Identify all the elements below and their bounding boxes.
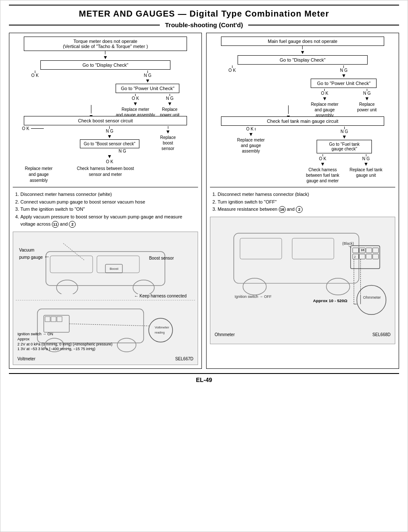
right-branch-ng2a: Replace power unit — [357, 102, 377, 113]
ng3b-label: N G — [119, 149, 126, 153]
right-ok1: O K — [229, 65, 236, 73]
right-branch-ok3: Replace meter and gauge assembly — [237, 137, 265, 154]
vacuum-label: Vacuum pump gauge ← — [19, 247, 50, 260]
top-divider — [9, 5, 399, 6]
right-flowchart: Main fuel gauge does not operate ▼ Go to… — [210, 37, 395, 184]
subtitle-line-left — [9, 25, 160, 25]
voltmeter-label: Voltmeter — [17, 357, 35, 361]
subtitle-line-right — [248, 25, 399, 25]
svg-rect-31 — [366, 254, 372, 259]
left-flowchart: Torque meter does not operate (Vertical … — [13, 37, 198, 184]
right-ok3-branch: O K ▼ Replace meter and gauge assembly — [219, 127, 283, 154]
right-branch-ng4: Replace fuel tank gauge unit — [346, 167, 386, 178]
left-node2: Go to "Display Check" — [40, 60, 170, 70]
right-section-divider — [210, 187, 395, 187]
left-panel: Torque meter does not operate (Vertical … — [9, 33, 202, 369]
left-code: SEL667D — [175, 357, 193, 361]
svg-rect-11 — [44, 315, 69, 332]
right-steps: Disconnect meter harness connector (blac… — [210, 191, 395, 213]
svg-rect-3 — [50, 256, 93, 273]
svg-rect-32 — [373, 254, 379, 259]
left-node1: Torque meter does not operate (Vertical … — [24, 37, 187, 51]
branch-ok3a: Replace meter and gauge assembly — [13, 166, 65, 184]
right-node5: Go to "Fuel tank gauge check" — [317, 140, 372, 153]
svg-rect-23 — [292, 238, 334, 259]
arrow1: ▼ — [103, 51, 108, 60]
left-node4: Check boost sensor circuit — [24, 116, 187, 125]
svg-point-20 — [243, 278, 266, 295]
circle-11: 11 — [52, 221, 59, 228]
branch-ng3b: Replace boost sensor — [160, 135, 176, 151]
svg-rect-28 — [373, 248, 379, 253]
right-node2: Go to "Display Check" — [238, 55, 367, 65]
svg-rect-22 — [240, 238, 282, 259]
branch-mid: Check harness between boost sensor and m… — [70, 166, 141, 178]
right-step-3: Measure resistance between 16 and 2 — [218, 206, 395, 213]
ok4-label: O K — [106, 159, 113, 164]
right-node4: Check fuel tank main gauge circuit — [221, 116, 384, 126]
svg-line-18 — [69, 324, 149, 326]
left-step-4: Apply vacuum pressure to boost sensor by… — [20, 213, 198, 228]
circle-2: 2 — [69, 221, 76, 228]
left-diagram-top: Vacuum pump gauge ← Boost — [16, 235, 195, 300]
left-ng3-box: N G ▼ Go to "Boost sensor check" N G ▼ O… — [76, 126, 143, 164]
harness-label: ← Keep harness connected — [134, 294, 187, 298]
left-step-3: Turn the ignition switch to "ON" — [20, 206, 198, 213]
left-ok3-branch: O K — [22, 126, 72, 131]
right-code: SEL668D — [372, 332, 391, 337]
svg-point-1 — [57, 280, 78, 294]
left-diagram: Vacuum pump gauge ← Boost — [13, 232, 198, 365]
right-ohmmeter-label: Ohmmeter — [215, 332, 235, 337]
left-section-divider — [13, 187, 198, 187]
svg-rect-19 — [234, 233, 359, 283]
page-title: METER AND GAUGES — Digital Type Combinat… — [9, 9, 399, 19]
right-diagram: 16 2 Ohmmeter Approx 10 - 520Ω — [210, 217, 395, 344]
main-content: Torque meter does not operate (Vertical … — [9, 33, 399, 369]
svg-point-21 — [326, 278, 350, 295]
left-ok1: O K — [31, 71, 39, 78]
right-diagram-svg: 16 2 Ohmmeter Approx 10 - 520Ω — [213, 220, 392, 330]
svg-rect-14 — [57, 317, 62, 322]
page-number: EL-49 — [196, 376, 212, 383]
svg-text:Ignition switch → OFF: Ignition switch → OFF — [235, 294, 272, 299]
left-steps-list: Disconnect meter harness connector (whit… — [13, 191, 198, 228]
svg-text:16: 16 — [360, 248, 364, 252]
right-arrow1: ▼ — [300, 46, 305, 55]
svg-text:Ohmmeter: Ohmmeter — [363, 295, 381, 300]
svg-text:Voltmeter: Voltmeter — [155, 325, 169, 329]
bottom-bar: EL-49 — [9, 373, 399, 383]
svg-point-10 — [117, 338, 136, 352]
svg-point-35 — [357, 285, 386, 314]
right-ng4: N G ▼ Replace fuel tank gauge unit — [346, 154, 386, 178]
svg-rect-12 — [45, 317, 50, 322]
left-split3: O K N G ▼ Go to "Boost sensor check" N G — [22, 126, 189, 164]
left-diagram-bottom: Voltmeter reading Ignition switch → ON A… — [16, 300, 195, 362]
left-bottom-branches: Replace meter and gauge assembly Check h… — [13, 166, 198, 184]
svg-rect-25 — [353, 248, 359, 253]
circle-16: 16 — [279, 206, 286, 213]
right-ok4: O K ▼ Check harness between fuel tank ga… — [303, 154, 343, 184]
left-node3: Go to "Power Unit Check" — [116, 84, 179, 93]
left-ng2: N G ▼ Replace power unit — [160, 94, 179, 118]
subtitle-text: Trouble-shooting (Cont'd) — [160, 21, 248, 28]
svg-rect-27 — [366, 248, 372, 253]
right-branch-ok4: Check harness between fuel tank gauge an… — [303, 167, 343, 184]
left-node5: Go to "Boost sensor check" — [80, 139, 139, 148]
right-node1: Main fuel gauge does not operate — [221, 37, 384, 46]
left-step-2: Connect vacuum pump gauge to boost senso… — [20, 198, 198, 206]
right-ng3-branch: N G ▼ Go to "Fuel tank gauge check" O K … — [303, 127, 386, 184]
right-panel: Main fuel gauge does not operate ▼ Go to… — [206, 33, 399, 369]
left-ng1: N G ▼ Go to "Power Unit Check" O K ▼ — [116, 71, 179, 118]
svg-text:(Black): (Black) — [342, 241, 354, 246]
svg-text:Approx 10 - 520Ω: Approx 10 - 520Ω — [313, 298, 348, 303]
subtitle: Trouble-shooting (Cont'd) — [9, 21, 399, 28]
left-steps: Disconnect meter harness connector (whit… — [13, 191, 198, 228]
svg-text:2: 2 — [354, 255, 356, 259]
ignition-label: Ignition switch → ON Approx 2 2V at 0 kP… — [17, 332, 113, 352]
svg-point-2 — [133, 280, 154, 294]
left-ng3-right: ▼ Replace boost sensor — [147, 126, 189, 151]
right-ng2: N G ▼ Replace power unit — [357, 89, 377, 113]
svg-text:Boost: Boost — [110, 267, 119, 271]
right-split4: O K ▼ Check harness between fuel tank ga… — [303, 154, 386, 184]
svg-point-15 — [149, 318, 173, 342]
